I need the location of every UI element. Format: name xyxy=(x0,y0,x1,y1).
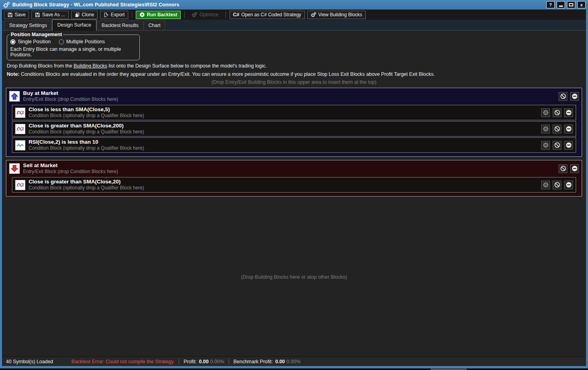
condition-title: Close is greater than SMA(Close,200) xyxy=(29,123,144,129)
sell-block-header[interactable]: Sell at Market Entry/Exit Block (drop Co… xyxy=(6,160,582,177)
tab-strip: Strategy Settings Design Surface Backtes… xyxy=(2,20,586,31)
maximize-icon xyxy=(569,3,573,6)
view-building-blocks-button[interactable]: View Building Blocks xyxy=(307,11,366,19)
save-button[interactable]: Save xyxy=(4,11,29,19)
multiple-positions-radio[interactable] xyxy=(59,39,64,44)
toolbar-separator xyxy=(226,12,226,18)
behind-window-strip xyxy=(0,368,588,370)
remove-icon xyxy=(571,165,578,172)
clone-label: Clone xyxy=(82,12,94,17)
building-blocks-link[interactable]: Building Blocks xyxy=(73,63,107,69)
open-csharp-button[interactable]: C# Open as C# Coded Strategy xyxy=(229,11,305,19)
condition-subtitle: Condition Block (optionally drop a Quali… xyxy=(29,145,144,151)
disable-block-button[interactable] xyxy=(553,125,561,133)
remove-icon xyxy=(565,125,572,132)
maximize-button[interactable] xyxy=(567,1,575,8)
condition-block[interactable]: Close is greater than SMA(Close,200) Con… xyxy=(12,121,576,137)
benchmark-profit-value: 0.00 xyxy=(275,359,285,364)
settings-button[interactable] xyxy=(541,141,550,150)
condition-block[interactable]: Close is greater than SMA(Close,20) Cond… xyxy=(12,177,576,193)
clone-icon xyxy=(75,12,80,17)
csharp-icon: C# xyxy=(233,12,239,17)
oscillator-icon xyxy=(15,140,25,150)
settings-button[interactable] xyxy=(541,125,550,133)
disable-block-button[interactable] xyxy=(553,141,561,150)
toolbar-separator xyxy=(184,12,185,18)
remove-block-button[interactable] xyxy=(570,164,579,173)
tab-strategy-settings[interactable]: Strategy Settings xyxy=(4,21,52,30)
optimize-button[interactable]: Optimize xyxy=(188,11,222,19)
settings-button[interactable] xyxy=(541,181,550,189)
block-title: Buy at Market xyxy=(23,90,118,96)
position-management-group: Position Management Single Position Mult… xyxy=(7,32,140,60)
clone-button[interactable]: Clone xyxy=(71,11,98,19)
disable-icon xyxy=(554,181,561,188)
minimize-button[interactable] xyxy=(557,1,565,8)
condition-block[interactable]: Close is less than SMA(Close,5) Conditio… xyxy=(12,105,576,120)
buy-arrow-icon xyxy=(9,91,20,102)
tab-design-surface[interactable]: Design Surface xyxy=(52,19,96,31)
multiple-positions-label: Multiple Positions xyxy=(66,39,105,44)
export-button[interactable]: Export xyxy=(100,11,128,19)
disable-icon xyxy=(554,109,561,116)
profit-value: 0.00 xyxy=(199,359,208,364)
instruction-text: Drop Building Blocks from the xyxy=(7,63,73,69)
position-management-legend: Position Management xyxy=(10,32,63,37)
disable-icon xyxy=(560,93,567,100)
disable-block-button[interactable] xyxy=(553,108,561,117)
condition-title: RSI(Close,2) is less than 10 xyxy=(29,139,144,145)
block-subtitle: Entry/Exit Block (drop Condition Blocks … xyxy=(23,96,118,102)
settings-button[interactable] xyxy=(541,108,550,117)
gear-icon xyxy=(542,142,549,148)
status-bar: 40 Symbol(s) Loaded Backtest Error: Coul… xyxy=(2,357,586,366)
help-icon: ? xyxy=(549,2,552,7)
close-icon: x xyxy=(580,2,582,7)
building-block-strategy-window: Building Block Strategy - WL.com Publish… xyxy=(0,0,588,370)
instruction-line: Drop Building Blocks from the Building B… xyxy=(7,63,586,69)
block-title: Sell at Market xyxy=(23,162,118,169)
condition-block[interactable]: RSI(Close,2) is less than 10 Condition B… xyxy=(12,137,576,153)
export-label: Export xyxy=(111,12,125,17)
remove-block-button[interactable] xyxy=(564,141,573,150)
sell-at-market-block[interactable]: Sell at Market Entry/Exit Block (drop Co… xyxy=(6,160,582,197)
save-label: Save xyxy=(15,12,25,17)
disable-icon xyxy=(554,142,561,148)
disable-icon xyxy=(554,125,561,132)
remove-icon xyxy=(565,181,572,188)
buy-at-market-block[interactable]: Buy at Market Entry/Exit Block (drop Con… xyxy=(6,88,582,157)
export-icon xyxy=(104,12,109,17)
disable-block-button[interactable] xyxy=(559,92,567,101)
title-bar: Building Block Strategy - WL.com Publish… xyxy=(0,0,588,10)
run-backtest-button[interactable]: Run Backtest xyxy=(136,11,181,19)
close-button[interactable]: x xyxy=(577,1,586,8)
condition-title: Close is less than SMA(Close,5) xyxy=(29,106,144,113)
design-surface: Position Management Single Position Mult… xyxy=(2,31,586,357)
single-position-radio[interactable] xyxy=(10,39,15,44)
condition-subtitle: Condition Block (optionally drop a Quali… xyxy=(29,185,144,191)
view-building-blocks-label: View Building Blocks xyxy=(318,12,362,17)
profit-percent: 0.00% xyxy=(210,359,224,364)
remove-block-button[interactable] xyxy=(570,92,579,101)
save-as-button[interactable]: Save As ... xyxy=(31,11,68,19)
disable-icon xyxy=(560,165,567,172)
crossover-icon xyxy=(15,124,25,134)
gear-icon xyxy=(542,181,549,188)
profit-label: Profit: xyxy=(183,359,197,364)
tab-chart[interactable]: Chart xyxy=(144,21,166,30)
disable-block-button[interactable] xyxy=(553,181,561,189)
condition-subtitle: Condition Block (optionally drop a Quali… xyxy=(29,113,144,119)
buy-block-header[interactable]: Buy at Market Entry/Exit Block (drop Con… xyxy=(6,88,582,105)
remove-block-button[interactable] xyxy=(564,125,573,133)
remove-block-button[interactable] xyxy=(564,108,573,117)
crossover-icon xyxy=(15,108,25,118)
floppy-icon xyxy=(8,12,13,17)
block-subtitle: Entry/Exit Block (drop Condition Blocks … xyxy=(23,169,118,175)
condition-subtitle: Condition Block (optionally drop a Quali… xyxy=(29,129,144,135)
disable-block-button[interactable] xyxy=(559,164,567,173)
play-circle-icon xyxy=(139,12,145,17)
tab-backtest-results[interactable]: Backtest Results xyxy=(97,21,143,30)
remove-block-button[interactable] xyxy=(564,181,573,189)
position-management-caption: Each Entry Block can manage a single, or… xyxy=(10,46,136,58)
note-label: Note: xyxy=(7,71,19,77)
help-button[interactable]: ? xyxy=(546,1,555,8)
